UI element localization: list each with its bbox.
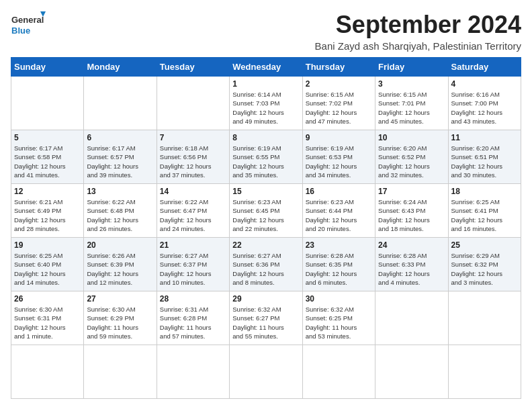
day-number: 26 <box>14 294 81 304</box>
day-info: Sunrise: 6:22 AMSunset: 6:47 PMDaylight:… <box>160 197 226 233</box>
calendar-day-cell <box>11 77 84 130</box>
calendar-day-cell: 18Sunrise: 6:25 AMSunset: 6:41 PMDayligh… <box>448 184 521 238</box>
day-info: Sunrise: 6:24 AMSunset: 6:43 PMDaylight:… <box>378 197 445 233</box>
day-number: 30 <box>306 294 372 304</box>
calendar-day-cell: 1Sunrise: 6:14 AMSunset: 7:03 PMDaylight… <box>230 77 302 130</box>
calendar-day-cell <box>11 345 84 399</box>
day-number: 27 <box>87 294 153 304</box>
day-number: 6 <box>87 133 153 142</box>
month-title: September 2024 <box>315 11 521 39</box>
day-info: Sunrise: 6:17 AMSunset: 6:58 PMDaylight:… <box>14 144 81 179</box>
day-info: Sunrise: 6:27 AMSunset: 6:36 PMDaylight:… <box>232 251 299 287</box>
day-info: Sunrise: 6:20 AMSunset: 6:51 PMDaylight:… <box>451 144 518 179</box>
calendar-day-cell: 26Sunrise: 6:30 AMSunset: 6:31 PMDayligh… <box>11 291 84 345</box>
day-number: 15 <box>232 187 299 196</box>
day-number: 12 <box>14 187 81 196</box>
day-info: Sunrise: 6:32 AMSunset: 6:27 PMDaylight:… <box>232 305 299 340</box>
day-number: 19 <box>14 240 81 250</box>
day-number: 5 <box>14 133 81 142</box>
day-number: 1 <box>232 79 299 89</box>
calendar-day-cell: 23Sunrise: 6:28 AMSunset: 6:35 PMDayligh… <box>302 238 375 291</box>
day-info: Sunrise: 6:23 AMSunset: 6:45 PMDaylight:… <box>232 197 299 233</box>
calendar-day-cell: 3Sunrise: 6:15 AMSunset: 7:01 PMDaylight… <box>375 77 448 130</box>
day-number: 4 <box>451 79 518 89</box>
calendar-day-cell: 10Sunrise: 6:20 AMSunset: 6:52 PMDayligh… <box>375 130 448 184</box>
weekday-header-wednesday: Wednesday <box>230 58 302 77</box>
day-number: 3 <box>378 79 445 89</box>
day-info: Sunrise: 6:28 AMSunset: 6:35 PMDaylight:… <box>306 251 372 287</box>
calendar-day-cell <box>84 77 157 130</box>
day-number: 7 <box>160 133 226 142</box>
calendar-day-cell: 20Sunrise: 6:26 AMSunset: 6:39 PMDayligh… <box>84 238 157 291</box>
day-number: 9 <box>306 133 372 142</box>
calendar-day-cell: 17Sunrise: 6:24 AMSunset: 6:43 PMDayligh… <box>375 184 448 238</box>
calendar-day-cell: 15Sunrise: 6:23 AMSunset: 6:45 PMDayligh… <box>230 184 302 238</box>
weekday-header-tuesday: Tuesday <box>157 58 229 77</box>
day-info: Sunrise: 6:15 AMSunset: 7:02 PMDaylight:… <box>306 90 372 126</box>
day-info: Sunrise: 6:29 AMSunset: 6:32 PMDaylight:… <box>451 251 518 287</box>
day-number: 11 <box>451 133 518 142</box>
day-number: 29 <box>232 294 299 304</box>
day-info: Sunrise: 6:21 AMSunset: 6:49 PMDaylight:… <box>14 197 81 233</box>
day-info: Sunrise: 6:25 AMSunset: 6:41 PMDaylight:… <box>451 197 518 233</box>
day-info: Sunrise: 6:17 AMSunset: 6:57 PMDaylight:… <box>87 144 153 179</box>
calendar-day-cell: 12Sunrise: 6:21 AMSunset: 6:49 PMDayligh… <box>11 184 84 238</box>
day-number: 22 <box>232 240 299 250</box>
calendar-day-cell: 2Sunrise: 6:15 AMSunset: 7:02 PMDaylight… <box>302 77 375 130</box>
title-block: September 2024 Bani Zayd ash Sharqiyah, … <box>315 11 521 52</box>
calendar-day-cell: 14Sunrise: 6:22 AMSunset: 6:47 PMDayligh… <box>157 184 229 238</box>
calendar-day-cell: 29Sunrise: 6:32 AMSunset: 6:27 PMDayligh… <box>230 291 302 345</box>
day-number: 10 <box>378 133 445 142</box>
day-info: Sunrise: 6:16 AMSunset: 7:00 PMDaylight:… <box>451 90 518 126</box>
calendar-day-cell: 27Sunrise: 6:30 AMSunset: 6:29 PMDayligh… <box>84 291 157 345</box>
weekday-header-monday: Monday <box>84 58 157 77</box>
svg-text:Blue: Blue <box>11 26 30 36</box>
day-number: 18 <box>451 187 518 196</box>
day-info: Sunrise: 6:19 AMSunset: 6:53 PMDaylight:… <box>306 144 372 179</box>
day-number: 14 <box>160 187 226 196</box>
day-info: Sunrise: 6:22 AMSunset: 6:48 PMDaylight:… <box>87 197 153 233</box>
calendar-day-cell: 6Sunrise: 6:17 AMSunset: 6:57 PMDaylight… <box>84 130 157 184</box>
day-info: Sunrise: 6:26 AMSunset: 6:39 PMDaylight:… <box>87 251 153 287</box>
day-number: 17 <box>378 187 445 196</box>
day-info: Sunrise: 6:32 AMSunset: 6:25 PMDaylight:… <box>306 305 372 340</box>
day-info: Sunrise: 6:30 AMSunset: 6:29 PMDaylight:… <box>87 305 153 340</box>
calendar-day-cell: 5Sunrise: 6:17 AMSunset: 6:58 PMDaylight… <box>11 130 84 184</box>
calendar-day-cell: 30Sunrise: 6:32 AMSunset: 6:25 PMDayligh… <box>302 291 375 345</box>
day-info: Sunrise: 6:19 AMSunset: 6:55 PMDaylight:… <box>232 144 299 179</box>
weekday-header-saturday: Saturday <box>448 58 521 77</box>
calendar-day-cell: 22Sunrise: 6:27 AMSunset: 6:36 PMDayligh… <box>230 238 302 291</box>
calendar-day-cell: 11Sunrise: 6:20 AMSunset: 6:51 PMDayligh… <box>448 130 521 184</box>
day-info: Sunrise: 6:15 AMSunset: 7:01 PMDaylight:… <box>378 90 445 126</box>
day-info: Sunrise: 6:23 AMSunset: 6:44 PMDaylight:… <box>306 197 372 233</box>
weekday-header-sunday: Sunday <box>11 58 84 77</box>
logo: General Blue <box>11 11 46 40</box>
day-number: 21 <box>160 240 226 250</box>
day-info: Sunrise: 6:27 AMSunset: 6:37 PMDaylight:… <box>160 251 226 287</box>
calendar-day-cell <box>448 291 521 345</box>
calendar-day-cell: 24Sunrise: 6:28 AMSunset: 6:33 PMDayligh… <box>375 238 448 291</box>
weekday-header-thursday: Thursday <box>302 58 375 77</box>
calendar-day-cell: 16Sunrise: 6:23 AMSunset: 6:44 PMDayligh… <box>302 184 375 238</box>
calendar-day-cell <box>375 291 448 345</box>
weekday-header-friday: Friday <box>375 58 448 77</box>
calendar-day-cell <box>84 345 157 399</box>
day-number: 23 <box>306 240 372 250</box>
calendar-day-cell <box>157 77 229 130</box>
day-info: Sunrise: 6:31 AMSunset: 6:28 PMDaylight:… <box>160 305 226 340</box>
day-number: 28 <box>160 294 226 304</box>
day-info: Sunrise: 6:25 AMSunset: 6:40 PMDaylight:… <box>14 251 81 287</box>
calendar-day-cell <box>375 345 448 399</box>
calendar-day-cell: 28Sunrise: 6:31 AMSunset: 6:28 PMDayligh… <box>157 291 229 345</box>
day-info: Sunrise: 6:20 AMSunset: 6:52 PMDaylight:… <box>378 144 445 179</box>
day-info: Sunrise: 6:18 AMSunset: 6:56 PMDaylight:… <box>160 144 226 179</box>
day-info: Sunrise: 6:30 AMSunset: 6:31 PMDaylight:… <box>14 305 81 340</box>
calendar-day-cell: 4Sunrise: 6:16 AMSunset: 7:00 PMDaylight… <box>448 77 521 130</box>
day-info: Sunrise: 6:14 AMSunset: 7:03 PMDaylight:… <box>232 90 299 126</box>
calendar-day-cell: 9Sunrise: 6:19 AMSunset: 6:53 PMDaylight… <box>302 130 375 184</box>
calendar-day-cell: 25Sunrise: 6:29 AMSunset: 6:32 PMDayligh… <box>448 238 521 291</box>
calendar-day-cell: 19Sunrise: 6:25 AMSunset: 6:40 PMDayligh… <box>11 238 84 291</box>
logo-svg: General Blue <box>11 11 46 40</box>
day-number: 16 <box>306 187 372 196</box>
calendar-day-cell <box>302 345 375 399</box>
